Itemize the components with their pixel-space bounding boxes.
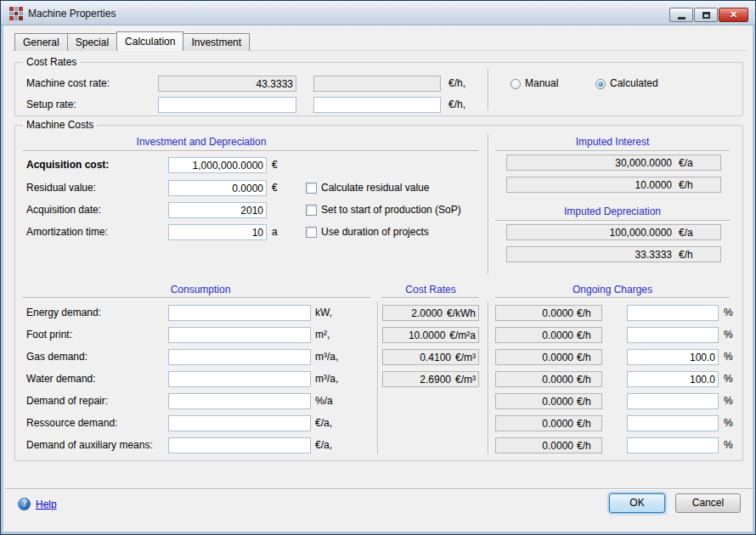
ongoing-percent-input-6[interactable] [627, 415, 719, 431]
setup-rate-input-2[interactable] [313, 97, 441, 113]
ongoing-percent-unit-4: % [724, 371, 733, 387]
acquisition-date-input[interactable] [168, 202, 267, 218]
gas-demand-unit: m³/a, [315, 349, 338, 365]
energy-cost-rate-field: 2.0000 €/kWh [382, 305, 479, 321]
acquisition-date-label: Acquisition date: [26, 202, 101, 218]
sop-checkbox-label[interactable]: Set to start of production (SoP) [321, 202, 461, 218]
ongoing-percent-input-1[interactable] [627, 305, 719, 321]
energy-demand-input[interactable] [168, 305, 311, 321]
imputed-interest-annual-field: 30,000.0000 €/a [506, 155, 721, 171]
help-icon[interactable] [18, 498, 31, 510]
ongoing-charge-field-4: 0.0000 €/h [495, 371, 602, 387]
imputed-depreciation-hourly-field: 33.3333 €/h [506, 246, 721, 262]
acquisition-cost-input[interactable] [168, 157, 267, 173]
consumption-heading: Consumption [23, 284, 378, 296]
ongoing-charge-field-5: 0.0000 €/h [495, 393, 602, 409]
foot-print-unit: m², [315, 327, 330, 343]
minimize-icon [678, 17, 685, 20]
auxiliary-means-unit: €/a, [315, 437, 332, 453]
duration-projects-checkbox[interactable] [306, 227, 317, 238]
gas-demand-input[interactable] [168, 349, 311, 365]
residual-value-unit: € [272, 180, 278, 196]
ongoing-percent-unit-5: % [724, 393, 733, 409]
water-demand-unit: m³/a, [315, 371, 338, 387]
auxiliary-means-input[interactable] [168, 437, 311, 453]
foot-print-input[interactable] [168, 327, 311, 343]
imputed-interest-hourly-field: 10.0000 €/h [506, 177, 721, 193]
app-icon [9, 7, 23, 20]
machine-cost-rate-unit: €/h, [449, 76, 465, 92]
minimize-button[interactable] [669, 8, 693, 22]
ongoing-charge-field-2: 0.0000 €/h [495, 327, 602, 343]
duration-projects-checkbox-label[interactable]: Use duration of projects [321, 224, 429, 240]
investment-heading: Investment and Depreciation [23, 136, 380, 148]
demand-of-repair-input[interactable] [168, 393, 311, 409]
water-demand-input[interactable] [168, 371, 311, 387]
machine-cost-rate-value: 43.3333 [161, 78, 293, 90]
cost-rates-divider [488, 68, 488, 110]
footprint-cost-rate-field: 10.0000 €/m²a [382, 327, 479, 343]
residual-value-label: Residual value: [26, 180, 96, 196]
setup-rate-input-1[interactable] [158, 97, 296, 113]
consumption-underline [23, 297, 370, 298]
tab-calculation[interactable]: Calculation [116, 31, 183, 51]
calculate-residual-checkbox-label[interactable]: Calculate residual value [321, 180, 429, 196]
imputed-depreciation-underline [495, 220, 730, 221]
ongoing-percent-unit-7: % [724, 437, 733, 453]
energy-demand-label: Energy demand: [26, 305, 101, 321]
calculated-radio-label[interactable]: Calculated [610, 76, 658, 92]
ongoing-percent-unit-2: % [724, 327, 733, 343]
calculated-radio[interactable] [595, 79, 606, 89]
sop-checkbox[interactable] [306, 205, 317, 216]
close-button[interactable] [719, 8, 748, 22]
imputed-depreciation-heading: Imputed Depreciation [495, 206, 730, 217]
ongoing-percent-input-4[interactable] [627, 371, 719, 387]
ongoing-charge-field-1: 0.0000 €/h [495, 305, 602, 321]
gas-cost-rate-field: 0.4100 €/m³ [382, 349, 479, 365]
ressource-demand-input[interactable] [168, 415, 311, 431]
tab-special[interactable]: Special [68, 33, 117, 51]
ongoing-percent-input-3[interactable] [627, 349, 719, 365]
calculate-residual-checkbox[interactable] [306, 183, 317, 194]
foot-print-label: Foot print: [26, 327, 72, 343]
ressource-demand-label: Ressource demand: [26, 415, 117, 431]
imputed-interest-heading: Imputed Interest [495, 136, 730, 148]
setup-rate-unit: €/h, [449, 97, 465, 113]
water-cost-rate-field: 2.6900 €/m³ [382, 371, 479, 387]
acquisition-cost-label: Acquisition cost: [26, 157, 109, 173]
imputed-depreciation-annual-field: 100,000.0000 €/a [506, 224, 721, 240]
ongoing-percent-unit-6: % [724, 415, 733, 431]
tab-general[interactable]: General [14, 33, 68, 51]
ongoing-percent-unit-1: % [724, 305, 733, 321]
ongoing-charge-field-3: 0.0000 €/h [495, 349, 602, 365]
ongoing-percent-input-2[interactable] [627, 327, 719, 343]
ongoing-charges-heading: Ongoing Charges [495, 284, 730, 296]
cost-rates-group-title: Cost Rates [23, 56, 80, 68]
help-link[interactable]: Help [36, 498, 57, 510]
setup-rate-label: Setup rate: [26, 97, 76, 113]
acquisition-cost-unit: € [272, 157, 278, 173]
ongoing-charges-underline [495, 297, 730, 298]
investment-heading-underline [23, 150, 478, 151]
amortization-time-input[interactable] [168, 224, 267, 240]
maximize-button[interactable] [694, 8, 718, 22]
ok-button[interactable]: OK [609, 493, 665, 513]
titlebar[interactable]: Machine Properties [1, 1, 755, 25]
water-demand-label: Water demand: [26, 371, 96, 387]
ongoing-percent-input-5[interactable] [627, 393, 719, 409]
ongoing-percent-input-7[interactable] [627, 437, 719, 453]
manual-radio[interactable] [511, 79, 521, 89]
tab-investment[interactable]: Investment [183, 33, 250, 51]
residual-value-input[interactable] [168, 180, 267, 196]
ongoing-percent-unit-3: % [724, 349, 733, 365]
cancel-button[interactable]: Cancel [675, 493, 741, 513]
manual-radio-label[interactable]: Manual [525, 76, 558, 92]
cost-rates-col-heading: Cost Rates [381, 284, 480, 296]
upper-section-divider [488, 133, 488, 274]
imputed-interest-underline [495, 150, 730, 151]
ongoing-charge-field-7: 0.0000 €/h [495, 437, 602, 453]
energy-demand-unit: kW, [315, 305, 332, 321]
machine-costs-group-title: Machine Costs [23, 119, 97, 131]
demand-of-repair-unit: %/a [315, 393, 333, 409]
amortization-time-unit: a [272, 224, 278, 240]
